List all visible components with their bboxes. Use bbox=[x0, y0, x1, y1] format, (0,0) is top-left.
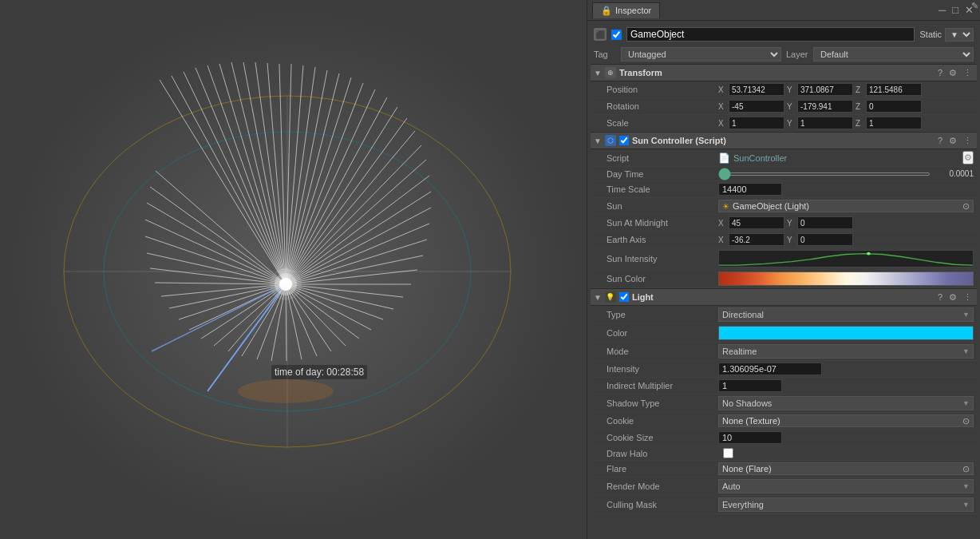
earth-axis-y-input[interactable]: 0 bbox=[797, 233, 853, 246]
flare-ref-picker-btn[interactable]: ⊙ bbox=[962, 464, 970, 474]
gameobject-active-checkbox[interactable] bbox=[611, 30, 622, 40]
mode-row: Mode Realtime ▼ bbox=[591, 343, 977, 361]
flare-ref[interactable]: None (Flare) ⊙ bbox=[718, 462, 974, 475]
layer-dropdown[interactable]: Default bbox=[813, 47, 974, 61]
type-dropdown[interactable]: Directional ▼ bbox=[718, 307, 974, 322]
indirect-multiplier-input[interactable]: 1 bbox=[718, 379, 782, 392]
svg-point-69 bbox=[270, 268, 302, 300]
position-z-input[interactable]: 121.5486 bbox=[866, 83, 922, 96]
sun-controller-settings-btn[interactable]: ⚙ bbox=[947, 136, 958, 146]
light-color-label: Color bbox=[607, 328, 718, 338]
sun-ref-picker-btn[interactable]: ⊙ bbox=[962, 201, 970, 212]
sun-intensity-graph[interactable] bbox=[718, 250, 974, 268]
sun-controller-arrow[interactable]: ▼ bbox=[594, 137, 602, 145]
transform-settings-btn[interactable]: ⚙ bbox=[947, 68, 958, 78]
script-file-icon: 📄 bbox=[718, 153, 730, 164]
position-xyz: X 53.71342 Y 371.0867 Z 121.5486 bbox=[718, 83, 974, 96]
transform-arrow[interactable]: ▼ bbox=[594, 69, 602, 77]
cookie-size-input[interactable]: 10 bbox=[718, 431, 782, 444]
script-label: Script bbox=[607, 153, 718, 163]
scale-z-input[interactable]: 1 bbox=[866, 117, 922, 129]
sy-label: Y bbox=[787, 119, 795, 128]
rotation-z-input[interactable]: 0 bbox=[866, 100, 922, 113]
color-picker-button[interactable]: ✎ bbox=[971, 1, 978, 11]
sun-controller-help-btn[interactable]: ? bbox=[936, 136, 944, 145]
script-ref: 📄 SunController ⚙ bbox=[718, 151, 974, 164]
sun-controller-active-checkbox[interactable] bbox=[619, 136, 629, 145]
sun-at-midnight-value: X 45 Y 0 bbox=[718, 216, 974, 229]
time-scale-row: Time Scale 14400 bbox=[591, 181, 977, 198]
shadow-type-dropdown-label: No Shadows bbox=[722, 398, 772, 408]
sun-color-value bbox=[718, 271, 974, 286]
render-mode-dropdown[interactable]: Auto ▼ bbox=[718, 479, 974, 493]
mode-dropdown[interactable]: Realtime ▼ bbox=[718, 344, 974, 359]
minimize-button[interactable]: ─ bbox=[937, 4, 947, 16]
script-settings-btn[interactable]: ⚙ bbox=[962, 151, 974, 164]
maximize-button[interactable]: □ bbox=[950, 4, 960, 16]
tag-dropdown[interactable]: Untagged bbox=[621, 47, 781, 61]
light-arrow[interactable]: ▼ bbox=[594, 293, 602, 302]
inspector-tab[interactable]: 🔒 Inspector bbox=[592, 2, 660, 18]
shadow-type-dropdown[interactable]: No Shadows ▼ bbox=[718, 396, 974, 410]
position-x-input[interactable]: 53.71342 bbox=[729, 83, 784, 96]
static-dropdown[interactable]: ▼ bbox=[945, 28, 974, 42]
light-help-btn[interactable]: ? bbox=[936, 292, 944, 302]
scale-y-input[interactable]: 1 bbox=[797, 117, 853, 129]
culling-mask-dropdown[interactable]: Everything ▼ bbox=[718, 497, 974, 512]
scale-value: X 1 Y 1 Z 1 bbox=[718, 117, 974, 129]
ea-x-label: X bbox=[718, 236, 726, 244]
transform-menu-btn[interactable]: ⋮ bbox=[962, 68, 974, 78]
light-settings-btn[interactable]: ⚙ bbox=[947, 292, 958, 303]
svg-line-14 bbox=[279, 64, 286, 284]
rotation-x-input[interactable]: -45 bbox=[729, 100, 784, 113]
sun-controller-menu-btn[interactable]: ⋮ bbox=[962, 136, 974, 146]
svg-point-72 bbox=[867, 252, 871, 256]
svg-line-28 bbox=[286, 160, 426, 284]
script-row: Script 📄 SunController ⚙ bbox=[591, 149, 977, 167]
svg-line-6 bbox=[184, 72, 286, 284]
tab-controls: ─ □ ✕ bbox=[937, 4, 975, 16]
cookie-ref-picker-btn[interactable]: ⊙ bbox=[962, 416, 970, 426]
svg-line-32 bbox=[286, 224, 429, 284]
sun-at-midnight-x-input[interactable]: 45 bbox=[729, 216, 784, 229]
day-time-display: 0.0001 bbox=[934, 169, 974, 178]
draw-halo-checkbox[interactable] bbox=[723, 448, 733, 458]
sun-object-ref[interactable]: ☀ GameObject (Light) ⊙ bbox=[718, 200, 974, 212]
mode-dropdown-label: Realtime bbox=[722, 347, 757, 356]
position-y-input[interactable]: 371.0867 bbox=[797, 83, 853, 96]
lock-icon: 🔒 bbox=[601, 6, 612, 16]
light-menu-btn[interactable]: ⋮ bbox=[962, 292, 974, 303]
sun-color-swatch[interactable] bbox=[718, 271, 974, 286]
svg-line-66 bbox=[152, 284, 286, 351]
sun-at-midnight-y-input[interactable]: 0 bbox=[797, 216, 853, 229]
sun-intensity-value bbox=[718, 250, 974, 268]
intensity-input[interactable]: 1.306095e-07 bbox=[718, 363, 822, 375]
svg-line-60 bbox=[145, 236, 286, 284]
sun-color-label: Sun Color bbox=[607, 274, 718, 283]
svg-line-8 bbox=[207, 65, 286, 284]
rotation-y-input[interactable]: -179.941 bbox=[797, 100, 853, 113]
svg-line-59 bbox=[147, 253, 286, 284]
cookie-ref[interactable]: None (Texture) ⊙ bbox=[718, 414, 974, 427]
gameobject-name-input[interactable]: GameObject bbox=[626, 27, 915, 42]
day-time-slider[interactable] bbox=[718, 172, 931, 176]
svg-line-35 bbox=[286, 270, 417, 284]
transform-help-btn[interactable]: ? bbox=[936, 68, 944, 77]
culling-mask-row: Culling Mask Everything ▼ bbox=[591, 496, 977, 514]
svg-line-21 bbox=[286, 83, 363, 284]
sun-controller-section-header: ▼ ⬡ Sun Controller (Script) ? ⚙ ⋮ bbox=[591, 132, 977, 149]
earth-axis-x-input[interactable]: -36.2 bbox=[729, 233, 784, 246]
time-scale-input[interactable]: 14400 bbox=[718, 183, 782, 196]
sun-controller-icon: ⬡ bbox=[605, 135, 616, 146]
sun-at-midnight-xy: X 45 Y 0 bbox=[718, 216, 974, 229]
scene-viewport[interactable]: time of day: 00:28:58 bbox=[0, 0, 587, 539]
light-color-swatch[interactable] bbox=[718, 326, 974, 340]
sun-intensity-label: Sun Intensity bbox=[607, 254, 718, 264]
light-section-header: ▼ 💡 Light ? ⚙ ⋮ bbox=[591, 288, 977, 306]
light-active-checkbox[interactable] bbox=[619, 292, 629, 302]
type-row: Type Directional ▼ bbox=[591, 306, 977, 324]
rotation-value: X -45 Y -179.941 Z 0 bbox=[718, 100, 974, 113]
light-title: Light bbox=[632, 292, 933, 302]
sun-ref-name: GameObject (Light) bbox=[733, 201, 809, 211]
scale-x-input[interactable]: 1 bbox=[729, 117, 784, 129]
